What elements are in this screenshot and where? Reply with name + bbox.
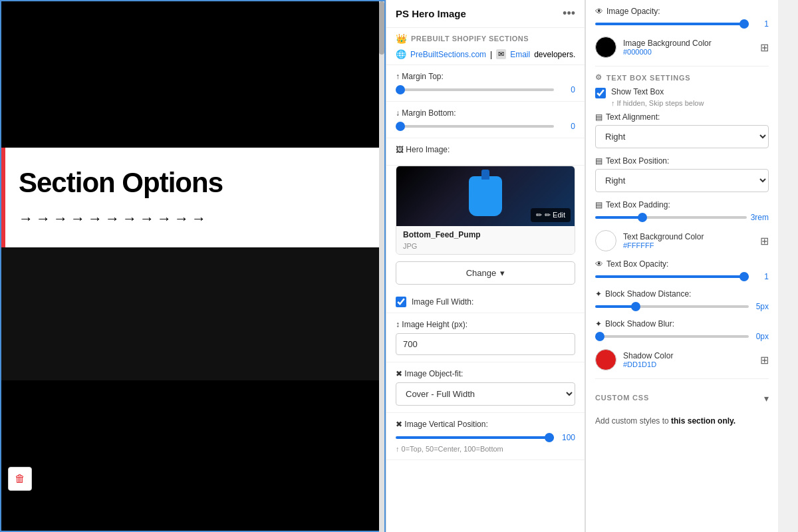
shadow-color-value: #DD1D1D	[623, 360, 753, 368]
panel-menu-dots[interactable]: •••	[563, 7, 575, 21]
image-height-label: ↕ Image Height (px):	[396, 320, 575, 329]
text-box-position-label: ▤ Text Box Position:	[595, 156, 769, 166]
custom-css-collapse[interactable]: CUSTOM CSS ▾	[595, 386, 769, 411]
shadow-color-label: Shadow Color	[623, 351, 753, 360]
text-bg-color-info: Text Background Color #FFFFFF	[623, 232, 753, 249]
image-name: Bottom_Feed_Pump	[396, 226, 575, 241]
image-vertical-label: ✖ Image Vertical Position:	[396, 420, 575, 429]
image-height-input[interactable]: 700	[396, 333, 575, 355]
show-text-box-hint: ↑ If hidden, Skip steps below	[611, 99, 704, 107]
text-alignment-select[interactable]: Left Center Right	[595, 125, 769, 148]
margin-top-slider[interactable]	[396, 88, 554, 91]
edit-image-button[interactable]: ✏ ✏ Edit	[531, 208, 571, 222]
image-full-width-label: Image Full Width:	[412, 297, 473, 307]
image-objectfit-label: ✖ Image Object-fit:	[396, 369, 575, 378]
collapse-icon: ▾	[764, 393, 769, 404]
custom-css-hint: Add custom styles to this section only.	[595, 415, 769, 427]
block-shadow-distance-slider[interactable]	[595, 305, 749, 308]
text-box-opacity-slider-row: 1	[595, 272, 769, 281]
text-box-padding-slider[interactable]	[595, 216, 747, 219]
shadow-icon-2: ✦	[595, 319, 602, 329]
shadow-color-info: Shadow Color #DD1D1D	[623, 351, 753, 368]
preview-arrows: →→→→→→→→→→→	[19, 210, 371, 227]
separator: |	[490, 50, 492, 59]
image-opacity-slider[interactable]	[595, 23, 749, 25]
block-shadow-blur-field: ✦ Block Shadow Blur: 0px	[595, 319, 769, 341]
block-shadow-blur-slider-row: 0px	[595, 332, 769, 341]
trash-icon: 🗑	[15, 473, 25, 485]
block-shadow-blur-slider[interactable]	[595, 335, 749, 338]
block-shadow-distance-label: ✦ Block Shadow Distance:	[595, 289, 769, 299]
margin-bottom-slider[interactable]	[396, 125, 554, 128]
image-bg-color-swatch[interactable]	[595, 37, 616, 58]
crown-icon: 👑	[396, 33, 407, 44]
image-opacity-field: 👁 Image Opacity: 1	[595, 7, 769, 29]
block-shadow-distance-value: 5px	[753, 302, 769, 311]
hero-image-label: 🖼 Hero Image:	[396, 145, 575, 154]
align-icon: ▤	[595, 112, 602, 122]
image-opacity-label: 👁 Image Opacity:	[595, 7, 769, 16]
image-bg-color-row: Image Background Color #000000 ⊞	[595, 37, 769, 58]
image-vertical-hint: ↑ 0=Top, 50=Center, 100=Bottom	[396, 445, 575, 453]
image-objectfit-field: ✖ Image Object-fit: Cover - Full Width C…	[386, 362, 585, 413]
shadow-color-row: Shadow Color #DD1D1D ⊞	[595, 349, 769, 370]
image-objectfit-select[interactable]: Cover - Full Width Cover - Center Contai…	[396, 382, 575, 406]
margin-bottom-label: ↓ Margin Bottom:	[396, 108, 575, 118]
email-link[interactable]: Email	[510, 50, 530, 59]
text-box-opacity-slider[interactable]	[595, 275, 749, 278]
show-text-box-info: Show Text Box ↑ If hidden, Skip steps be…	[611, 87, 704, 107]
margin-bottom-field: ↓ Margin Bottom: 0	[386, 102, 585, 138]
layers-icon-1[interactable]: ⊞	[760, 41, 769, 54]
preview-content-box: Section Options →→→→→→→→→→→	[1, 148, 384, 247]
text-box-padding-value: 3rem	[751, 213, 769, 222]
middle-panel: PS Hero Image ••• 👑 PREBUILT SHOPIFY SEC…	[386, 0, 585, 532]
panel-title: PS Hero Image	[396, 8, 466, 19]
text-box-padding-field: ▤ Text Box Padding: 3rem	[595, 200, 769, 222]
margin-top-slider-row: 0	[396, 85, 575, 94]
text-box-opacity-field: 👁 Text Box Opacity: 1	[595, 259, 769, 281]
layers-icon-3[interactable]: ⊞	[760, 354, 769, 366]
show-text-box-checkbox[interactable]	[595, 88, 606, 98]
image-vertical-value: 100	[559, 433, 575, 442]
text-bg-color-row: Text Background Color #FFFFFF ⊞	[595, 230, 769, 251]
text-alignment-label: ▤ Text Alignment:	[595, 112, 769, 122]
pump-image	[469, 176, 502, 216]
eye-icon: 👁	[595, 7, 603, 16]
panel-header: PS Hero Image •••	[386, 0, 585, 28]
custom-css-title: CUSTOM CSS	[595, 394, 649, 402]
preview-scrollbar[interactable]	[379, 1, 384, 532]
image-bg-color-info: Image Background Color #000000	[623, 39, 753, 56]
divider-1	[595, 66, 769, 66]
image-vertical-slider-row: 100	[396, 433, 575, 442]
block-shadow-blur-value: 0px	[753, 332, 769, 341]
padding-icon: ▤	[595, 200, 602, 209]
edit-label: ✏ Edit	[545, 211, 565, 219]
shadow-color-swatch[interactable]	[595, 349, 616, 370]
site-link[interactable]: PreBuiltSections.com	[410, 50, 486, 59]
image-full-width-row: Image Full Width:	[386, 291, 585, 313]
image-full-width-checkbox[interactable]	[396, 297, 406, 307]
text-box-position-field: ▤ Text Box Position: Left Center Right	[595, 156, 769, 192]
preview-panel: Section Options →→→→→→→→→→→ 🗑	[0, 0, 386, 532]
image-vertical-slider[interactable]	[396, 436, 554, 439]
preview-bottom-area	[1, 247, 384, 380]
hero-image-section: 🖼 Hero Image:	[386, 138, 585, 166]
image-opacity-value: 1	[753, 19, 769, 29]
gear-icon: ⚙	[595, 73, 602, 82]
delete-button[interactable]: 🗑	[8, 467, 32, 491]
eye-icon-2: 👁	[595, 259, 603, 269]
change-image-button[interactable]: Change ▾	[396, 261, 575, 285]
layers-icon-2[interactable]: ⊞	[760, 235, 769, 247]
change-label: Change	[466, 268, 497, 278]
preview-top-area	[1, 1, 384, 148]
margin-bottom-value: 0	[559, 122, 575, 131]
email-icon: ✉	[496, 49, 506, 59]
badge-text: PREBUILT SHOPIFY SECTIONS	[411, 35, 529, 43]
margin-top-value: 0	[559, 85, 575, 94]
divider-2	[595, 378, 769, 379]
text-box-position-select[interactable]: Left Center Right	[595, 169, 769, 192]
text-box-padding-slider-row: 3rem	[595, 213, 769, 222]
margin-bottom-slider-row: 0	[396, 122, 575, 131]
text-bg-color-swatch[interactable]	[595, 230, 616, 251]
block-shadow-distance-slider-row: 5px	[595, 302, 769, 311]
